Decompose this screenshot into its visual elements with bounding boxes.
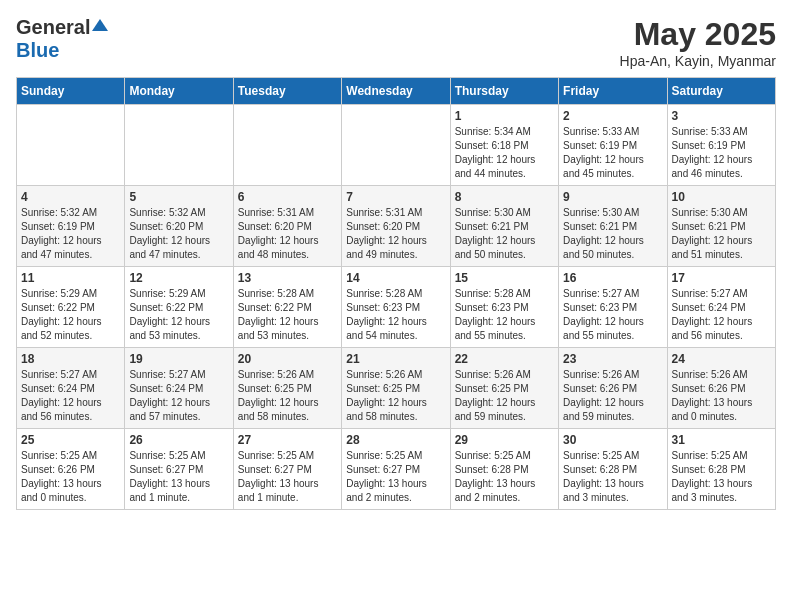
day-number: 18 [21, 352, 120, 366]
day-number: 5 [129, 190, 228, 204]
day-info: Sunrise: 5:34 AMSunset: 6:18 PMDaylight:… [455, 125, 554, 181]
calendar-cell: 11Sunrise: 5:29 AMSunset: 6:22 PMDayligh… [17, 267, 125, 348]
calendar-cell: 28Sunrise: 5:25 AMSunset: 6:27 PMDayligh… [342, 429, 450, 510]
day-info: Sunrise: 5:25 AMSunset: 6:28 PMDaylight:… [563, 449, 662, 505]
day-info: Sunrise: 5:26 AMSunset: 6:26 PMDaylight:… [563, 368, 662, 424]
day-info: Sunrise: 5:28 AMSunset: 6:23 PMDaylight:… [346, 287, 445, 343]
calendar-cell: 20Sunrise: 5:26 AMSunset: 6:25 PMDayligh… [233, 348, 341, 429]
calendar: SundayMondayTuesdayWednesdayThursdayFrid… [16, 77, 776, 510]
day-info: Sunrise: 5:25 AMSunset: 6:27 PMDaylight:… [129, 449, 228, 505]
day-number: 4 [21, 190, 120, 204]
calendar-cell [233, 105, 341, 186]
day-number: 31 [672, 433, 771, 447]
day-info: Sunrise: 5:25 AMSunset: 6:27 PMDaylight:… [346, 449, 445, 505]
day-number: 2 [563, 109, 662, 123]
day-number: 25 [21, 433, 120, 447]
day-number: 30 [563, 433, 662, 447]
day-number: 19 [129, 352, 228, 366]
calendar-cell: 13Sunrise: 5:28 AMSunset: 6:22 PMDayligh… [233, 267, 341, 348]
location: Hpa-An, Kayin, Myanmar [620, 53, 776, 69]
calendar-cell: 25Sunrise: 5:25 AMSunset: 6:26 PMDayligh… [17, 429, 125, 510]
day-number: 20 [238, 352, 337, 366]
calendar-cell: 27Sunrise: 5:25 AMSunset: 6:27 PMDayligh… [233, 429, 341, 510]
logo-blue-text: Blue [16, 39, 59, 61]
svg-marker-0 [92, 19, 108, 31]
calendar-week-row: 25Sunrise: 5:25 AMSunset: 6:26 PMDayligh… [17, 429, 776, 510]
calendar-cell: 29Sunrise: 5:25 AMSunset: 6:28 PMDayligh… [450, 429, 558, 510]
day-number: 14 [346, 271, 445, 285]
calendar-cell [125, 105, 233, 186]
logo-triangle-icon [92, 17, 108, 37]
day-info: Sunrise: 5:32 AMSunset: 6:20 PMDaylight:… [129, 206, 228, 262]
day-number: 13 [238, 271, 337, 285]
day-info: Sunrise: 5:27 AMSunset: 6:23 PMDaylight:… [563, 287, 662, 343]
calendar-cell: 19Sunrise: 5:27 AMSunset: 6:24 PMDayligh… [125, 348, 233, 429]
calendar-cell: 4Sunrise: 5:32 AMSunset: 6:19 PMDaylight… [17, 186, 125, 267]
weekday-header-saturday: Saturday [667, 78, 775, 105]
calendar-cell: 24Sunrise: 5:26 AMSunset: 6:26 PMDayligh… [667, 348, 775, 429]
day-info: Sunrise: 5:25 AMSunset: 6:27 PMDaylight:… [238, 449, 337, 505]
day-number: 26 [129, 433, 228, 447]
weekday-header-sunday: Sunday [17, 78, 125, 105]
logo-general-text: General [16, 16, 90, 39]
calendar-cell: 26Sunrise: 5:25 AMSunset: 6:27 PMDayligh… [125, 429, 233, 510]
day-info: Sunrise: 5:26 AMSunset: 6:25 PMDaylight:… [346, 368, 445, 424]
day-number: 17 [672, 271, 771, 285]
calendar-cell: 7Sunrise: 5:31 AMSunset: 6:20 PMDaylight… [342, 186, 450, 267]
calendar-cell: 1Sunrise: 5:34 AMSunset: 6:18 PMDaylight… [450, 105, 558, 186]
day-info: Sunrise: 5:25 AMSunset: 6:26 PMDaylight:… [21, 449, 120, 505]
day-number: 7 [346, 190, 445, 204]
weekday-header-monday: Monday [125, 78, 233, 105]
month-title: May 2025 [620, 16, 776, 53]
day-info: Sunrise: 5:30 AMSunset: 6:21 PMDaylight:… [455, 206, 554, 262]
day-number: 27 [238, 433, 337, 447]
day-info: Sunrise: 5:26 AMSunset: 6:25 PMDaylight:… [238, 368, 337, 424]
day-number: 11 [21, 271, 120, 285]
weekday-header-row: SundayMondayTuesdayWednesdayThursdayFrid… [17, 78, 776, 105]
day-number: 8 [455, 190, 554, 204]
weekday-header-wednesday: Wednesday [342, 78, 450, 105]
weekday-header-thursday: Thursday [450, 78, 558, 105]
day-number: 12 [129, 271, 228, 285]
calendar-week-row: 11Sunrise: 5:29 AMSunset: 6:22 PMDayligh… [17, 267, 776, 348]
calendar-cell: 18Sunrise: 5:27 AMSunset: 6:24 PMDayligh… [17, 348, 125, 429]
logo: General Blue [16, 16, 108, 62]
calendar-cell [342, 105, 450, 186]
calendar-cell: 14Sunrise: 5:28 AMSunset: 6:23 PMDayligh… [342, 267, 450, 348]
calendar-cell: 16Sunrise: 5:27 AMSunset: 6:23 PMDayligh… [559, 267, 667, 348]
day-info: Sunrise: 5:31 AMSunset: 6:20 PMDaylight:… [238, 206, 337, 262]
day-info: Sunrise: 5:30 AMSunset: 6:21 PMDaylight:… [563, 206, 662, 262]
title-area: May 2025 Hpa-An, Kayin, Myanmar [620, 16, 776, 69]
day-number: 15 [455, 271, 554, 285]
calendar-week-row: 1Sunrise: 5:34 AMSunset: 6:18 PMDaylight… [17, 105, 776, 186]
day-number: 3 [672, 109, 771, 123]
calendar-week-row: 18Sunrise: 5:27 AMSunset: 6:24 PMDayligh… [17, 348, 776, 429]
day-number: 16 [563, 271, 662, 285]
day-info: Sunrise: 5:26 AMSunset: 6:26 PMDaylight:… [672, 368, 771, 424]
calendar-cell: 17Sunrise: 5:27 AMSunset: 6:24 PMDayligh… [667, 267, 775, 348]
calendar-cell: 2Sunrise: 5:33 AMSunset: 6:19 PMDaylight… [559, 105, 667, 186]
day-info: Sunrise: 5:29 AMSunset: 6:22 PMDaylight:… [129, 287, 228, 343]
day-info: Sunrise: 5:33 AMSunset: 6:19 PMDaylight:… [563, 125, 662, 181]
day-info: Sunrise: 5:28 AMSunset: 6:23 PMDaylight:… [455, 287, 554, 343]
day-number: 22 [455, 352, 554, 366]
day-number: 28 [346, 433, 445, 447]
calendar-cell: 10Sunrise: 5:30 AMSunset: 6:21 PMDayligh… [667, 186, 775, 267]
calendar-week-row: 4Sunrise: 5:32 AMSunset: 6:19 PMDaylight… [17, 186, 776, 267]
day-info: Sunrise: 5:30 AMSunset: 6:21 PMDaylight:… [672, 206, 771, 262]
day-number: 24 [672, 352, 771, 366]
calendar-cell: 9Sunrise: 5:30 AMSunset: 6:21 PMDaylight… [559, 186, 667, 267]
calendar-cell: 5Sunrise: 5:32 AMSunset: 6:20 PMDaylight… [125, 186, 233, 267]
header: General Blue May 2025 Hpa-An, Kayin, Mya… [16, 16, 776, 69]
day-info: Sunrise: 5:32 AMSunset: 6:19 PMDaylight:… [21, 206, 120, 262]
day-number: 10 [672, 190, 771, 204]
calendar-cell: 8Sunrise: 5:30 AMSunset: 6:21 PMDaylight… [450, 186, 558, 267]
day-number: 23 [563, 352, 662, 366]
calendar-cell: 6Sunrise: 5:31 AMSunset: 6:20 PMDaylight… [233, 186, 341, 267]
day-number: 21 [346, 352, 445, 366]
day-info: Sunrise: 5:29 AMSunset: 6:22 PMDaylight:… [21, 287, 120, 343]
calendar-cell: 22Sunrise: 5:26 AMSunset: 6:25 PMDayligh… [450, 348, 558, 429]
day-info: Sunrise: 5:33 AMSunset: 6:19 PMDaylight:… [672, 125, 771, 181]
calendar-cell: 15Sunrise: 5:28 AMSunset: 6:23 PMDayligh… [450, 267, 558, 348]
day-info: Sunrise: 5:27 AMSunset: 6:24 PMDaylight:… [672, 287, 771, 343]
